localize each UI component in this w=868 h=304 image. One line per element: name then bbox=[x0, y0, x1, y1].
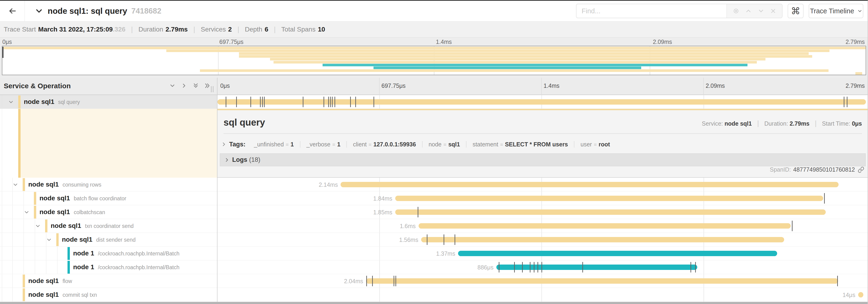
span-row[interactable]: node sql1dist sender send1.56ms bbox=[0, 233, 868, 246]
span-bar-cell[interactable]: 1.85ms bbox=[217, 205, 868, 219]
link-icon[interactable] bbox=[858, 167, 864, 173]
span-bar-cell[interactable]: 2.04ms bbox=[217, 274, 868, 288]
minimap-canvas[interactable] bbox=[2, 46, 866, 75]
timeline-header-row: Service & Operation 0μs 697.75μs 1.4ms 2… bbox=[0, 78, 868, 95]
horizontal-scrollbar[interactable] bbox=[0, 302, 868, 304]
tree-timeline-divider[interactable] bbox=[217, 78, 217, 302]
find-tools bbox=[726, 4, 782, 18]
span-bar-cell[interactable]: 2.14ms bbox=[217, 178, 868, 191]
span-tree-cell[interactable]: node sql1commit sql txn bbox=[0, 288, 217, 301]
chevron-down-icon[interactable] bbox=[46, 237, 52, 243]
tags-row[interactable]: Tags: _unfinished=1_verbose=1client=127.… bbox=[221, 138, 866, 150]
span-bar-cell[interactable]: 1.56ms bbox=[217, 233, 868, 246]
expand-all-icon[interactable] bbox=[204, 82, 211, 89]
log-marker bbox=[396, 276, 396, 286]
tag-value: SELECT * FROM users bbox=[505, 141, 568, 147]
duration-value: 2.79ms bbox=[790, 120, 810, 127]
chevron-down-icon[interactable] bbox=[12, 182, 19, 188]
total-spans-label: Total Spans bbox=[281, 26, 315, 33]
span-bar[interactable] bbox=[496, 265, 698, 270]
span-bar[interactable] bbox=[366, 278, 838, 284]
clear-search-icon[interactable] bbox=[770, 8, 776, 14]
span-bar[interactable] bbox=[418, 223, 791, 229]
logs-row[interactable]: Logs (18) bbox=[220, 154, 866, 166]
span-bar-cell[interactable] bbox=[217, 95, 868, 108]
collapse-all-icon[interactable] bbox=[192, 82, 199, 89]
span-row[interactable]: node 1/cockroach.roachpb.Internal/Batch1… bbox=[0, 246, 868, 260]
chevron-down-icon[interactable] bbox=[8, 99, 14, 105]
find-input[interactable] bbox=[577, 4, 726, 18]
span-bar-cell[interactable]: 1.37ms bbox=[217, 246, 868, 260]
span-row[interactable]: node sql1txn coordinator send1.6ms bbox=[0, 219, 868, 233]
operation-name: commit sql txn bbox=[63, 292, 97, 298]
column-resizer[interactable] bbox=[211, 86, 214, 92]
service-color-strip bbox=[67, 261, 70, 274]
chevron-down-icon[interactable] bbox=[35, 223, 41, 229]
span-tree-cell[interactable]: node sql1txn coordinator send bbox=[0, 219, 217, 233]
duration-value: 2.79ms bbox=[165, 26, 188, 33]
span-bar-cell[interactable]: 1.84ms bbox=[217, 192, 868, 205]
keyboard-shortcuts-button[interactable]: ⌘ bbox=[788, 4, 804, 18]
span-bar-cell[interactable]: 886μs bbox=[217, 260, 868, 274]
depth-label: Depth bbox=[245, 26, 262, 33]
service-color-strip bbox=[18, 109, 21, 178]
duration-label: Duration: bbox=[764, 120, 788, 127]
operation-name: txn coordinator send bbox=[85, 223, 134, 229]
jaeger-trace-view: node sql1: sql query 7418682 ⌘ Trace Tim… bbox=[0, 0, 868, 304]
span-bar[interactable] bbox=[458, 251, 777, 256]
span-tree-cell[interactable]: node sql1sql query bbox=[0, 95, 217, 108]
span-tree-cell[interactable]: node sql1consuming rows bbox=[0, 178, 217, 191]
log-marker bbox=[373, 97, 374, 107]
span-bar[interactable] bbox=[421, 237, 784, 242]
span-bar[interactable] bbox=[341, 182, 839, 187]
span-row[interactable]: node sql1batch flow coordinator1.84ms bbox=[0, 192, 868, 205]
minimap-span-bar bbox=[2, 47, 866, 49]
trace-timeline-dropdown[interactable]: Trace Timeline bbox=[809, 4, 863, 18]
span-bar[interactable] bbox=[395, 196, 823, 201]
span-row[interactable]: node sql1commit sql txn14μs bbox=[0, 288, 868, 302]
service-color-strip bbox=[23, 178, 25, 191]
span-bar-cell[interactable]: 14μs bbox=[217, 288, 868, 301]
span-tree-cell[interactable]: node sql1colbatchscan bbox=[0, 205, 217, 219]
start-time-label: Start Time: bbox=[822, 120, 850, 127]
prev-match-icon[interactable] bbox=[745, 7, 752, 14]
span-row[interactable]: node 1/cockroach.roachpb.Internal/Batch8… bbox=[0, 260, 868, 274]
locate-icon[interactable] bbox=[733, 7, 740, 14]
span-bar[interactable] bbox=[217, 99, 866, 105]
minimap-span-bar bbox=[270, 58, 766, 61]
span-id-value: 4877749850101760812 bbox=[793, 166, 855, 173]
expand-one-icon[interactable] bbox=[181, 82, 187, 89]
service-color-strip bbox=[56, 233, 59, 246]
services-value: 2 bbox=[228, 26, 232, 33]
tag-key: node bbox=[429, 141, 442, 147]
span-tree-cell[interactable]: node sql1flow bbox=[0, 274, 217, 288]
span-bar[interactable] bbox=[858, 292, 863, 298]
log-marker bbox=[323, 97, 324, 107]
collapse-one-icon[interactable] bbox=[169, 82, 176, 89]
service-operation-header: Service & Operation bbox=[4, 82, 71, 90]
chevron-down-icon[interactable] bbox=[24, 209, 30, 215]
command-icon: ⌘ bbox=[791, 6, 800, 16]
span-tree-cell[interactable]: node sql1batch flow coordinator bbox=[0, 192, 217, 205]
top-bar-controls: ⌘ Trace Timeline bbox=[576, 4, 863, 18]
span-duration-label: 14μs bbox=[804, 292, 856, 298]
span-tree-cell[interactable]: node 1/cockroach.roachpb.Internal/Batch bbox=[0, 260, 217, 274]
service-name: node 1/cockroach.roachpb.Internal/Batch bbox=[73, 263, 179, 271]
span-bar[interactable] bbox=[395, 209, 826, 215]
span-duration-label: 2.14ms bbox=[286, 181, 338, 188]
operation-name: dist sender send bbox=[96, 237, 136, 243]
span-row[interactable]: node sql1flow2.04ms bbox=[0, 274, 868, 288]
trace-collapse-toggle[interactable] bbox=[35, 7, 43, 15]
back-button[interactable] bbox=[0, 1, 25, 22]
span-tree-cell[interactable]: node 1/cockroach.roachpb.Internal/Batch bbox=[0, 246, 217, 260]
next-match-icon[interactable] bbox=[757, 7, 765, 14]
tag-key: _verbose bbox=[307, 141, 331, 147]
span-bar-cell[interactable]: 1.6ms bbox=[217, 219, 868, 233]
span-detail-left-gutter bbox=[0, 109, 217, 178]
log-marker bbox=[226, 97, 226, 107]
span-tree-cell[interactable]: node sql1dist sender send bbox=[0, 233, 217, 246]
span-row[interactable]: node sql1sql query bbox=[0, 95, 868, 109]
minimap-scrub-handle[interactable] bbox=[2, 47, 3, 58]
span-row[interactable]: node sql1colbatchscan1.85ms bbox=[0, 205, 868, 219]
span-row[interactable]: node sql1consuming rows2.14ms bbox=[0, 178, 868, 192]
